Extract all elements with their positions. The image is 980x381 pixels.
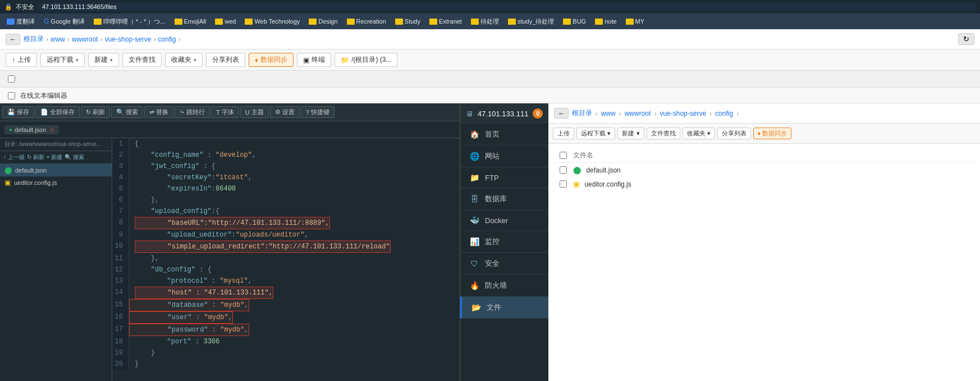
rfp-file-checkbox-cell[interactable] [557, 180, 569, 188]
code-line-16: 16 "user" : "mydb", [112, 311, 460, 324]
rfp-share-list-button[interactable]: 分享列表 [717, 128, 751, 139]
path-www[interactable]: www [51, 35, 65, 43]
ftp-sidebar: 🖥 47.101.133.111 0 🏠 首页 🌐 网站 📁 [460, 103, 548, 381]
path-refresh-button[interactable]: ↻ [958, 33, 974, 45]
tree-refresh-button[interactable]: ↻ 刷新 [27, 153, 44, 161]
rfp-select-all-checkbox[interactable] [560, 152, 567, 159]
editor-checkbox[interactable] [8, 92, 15, 99]
security-label: 不安全 [16, 3, 34, 11]
rfp-file-default-json[interactable]: ⬤ default.json [553, 163, 976, 177]
upload-button[interactable]: ↑ 上传 [6, 53, 37, 67]
remote-download-button[interactable]: 远程下载 ▾ [40, 53, 85, 67]
data-sync-button[interactable]: ♦ 数据同步 [249, 53, 294, 67]
bookmark-label: Extranet [439, 18, 462, 25]
code-editor[interactable]: 1 { 2 "config_name" : "develop", 3 "jwt_… [112, 138, 460, 381]
back-button[interactable]: ← [6, 34, 20, 45]
rfp-back-button[interactable]: ← [554, 108, 568, 119]
bookmark-my[interactable]: MY [622, 17, 648, 26]
select-all-checkbox[interactable] [8, 75, 15, 83]
bookmark-note[interactable]: note [592, 17, 620, 26]
bookmark-google-translate[interactable]: G Google 翻译 [40, 16, 88, 27]
bookmark-extranet[interactable]: Extranet [426, 17, 465, 26]
tree-up-button[interactable]: ↑ 上一级 [3, 153, 25, 161]
rfp-file-checkbox[interactable] [560, 180, 567, 188]
rfp-list-header: 文件名 [553, 148, 976, 163]
shortcuts-button[interactable]: ? 快捷键 [301, 106, 335, 118]
ftp-menu: 🏠 首页 🌐 网站 📁 FTP 🗄 数据库 [460, 124, 548, 381]
bookmark-study-pending[interactable]: study_待处理 [505, 16, 557, 27]
font-button[interactable]: T 字体 [211, 106, 239, 118]
rfp-file-checkbox-cell[interactable] [557, 166, 569, 174]
bookmark-emojiall[interactable]: EmojiAll [171, 17, 210, 26]
save-button[interactable]: 💾 保存 [2, 106, 34, 118]
save-all-button[interactable]: 📄 全部保存 [35, 106, 80, 118]
rfp-bookmarks-button[interactable]: 收藏夹 ▾ [683, 128, 715, 139]
theme-button[interactable]: U 主题 [240, 106, 269, 118]
tree-search-button[interactable]: 🔍 搜索 [65, 153, 84, 161]
search-button[interactable]: 🔍 搜索 [111, 106, 143, 118]
path-vue-shop[interactable]: vue-shop-serve [105, 35, 152, 43]
ftp-menu-database[interactable]: 🗄 数据库 [460, 188, 548, 210]
editor-toolbar: 💾 保存 📄 全部保存 ↻ 刷新 🔍 搜索 ⇌ 替换 [0, 103, 460, 121]
json-file-icon: ● [9, 126, 12, 133]
rfp-upload-button[interactable]: 上传 [553, 128, 574, 139]
ftp-menu-firewall[interactable]: 🔥 防火墙 [460, 275, 548, 297]
bookmark-design[interactable]: Design [305, 17, 341, 26]
root-dir-button[interactable]: 📁 /(根目录) (3... [335, 53, 397, 67]
new-button[interactable]: 新建 ▾ [88, 53, 119, 67]
bookmarks-button[interactable]: 收藏夹 ▾ [165, 53, 203, 67]
rfp-remote-download-button[interactable]: 远程下载 ▾ [576, 128, 615, 139]
terminal-button[interactable]: ▣ 终端 [297, 53, 331, 67]
rfp-wwwroot[interactable]: wwwroot [625, 110, 651, 117]
tree-file-default-json[interactable]: ⬤ default.json [0, 164, 112, 176]
rfp-new-button[interactable]: 新建 ▾ [617, 128, 644, 139]
path-root[interactable]: 根目录 [24, 34, 44, 44]
rfp-vue-shop[interactable]: vue-shop-serve [660, 110, 706, 117]
bookmark-bilibili[interactable]: 哔哩哔哩（ * - * ）つ... [90, 16, 169, 27]
active-file-tab[interactable]: ● default.json ⚠ [4, 125, 59, 134]
bookmark-study[interactable]: Study [392, 17, 424, 26]
file-table-header [0, 71, 980, 88]
ftp-menu-website[interactable]: 🌐 网站 [460, 146, 548, 167]
rfp-select-all-cell[interactable] [557, 152, 569, 159]
bookmark-wed[interactable]: wed [212, 17, 239, 26]
rfp-root[interactable]: 根目录 [572, 108, 592, 118]
bookmark-fanyi[interactable]: 度翻译 [3, 16, 38, 27]
save-icon: 💾 [7, 108, 15, 116]
bookmark-bug[interactable]: BUG [560, 17, 589, 26]
rfp-config[interactable]: config [715, 110, 733, 117]
settings-button[interactable]: ⚙ 设置 [270, 106, 300, 118]
rfp-file-search-button[interactable]: 文件查找 [647, 128, 680, 139]
bookmark-pending[interactable]: 待处理 [468, 16, 502, 27]
refresh-button[interactable]: ↻ 刷新 [81, 106, 110, 118]
theme-icon: U [245, 109, 250, 116]
ftp-menu-docker[interactable]: 🐳 Docker [460, 210, 548, 231]
file-search-button[interactable]: 文件查找 [122, 53, 162, 67]
rfp-file-checkbox[interactable] [560, 166, 567, 174]
ftp-menu-security[interactable]: 🛡 安全 [460, 253, 548, 275]
ftp-menu-files[interactable]: 📂 文件 [460, 297, 548, 319]
refresh-icon: ↻ [86, 108, 91, 116]
replace-button[interactable]: ⇌ 替换 [144, 106, 173, 118]
docker-icon: 🐳 [469, 216, 479, 225]
bookmark-recreation[interactable]: Recreation [344, 17, 390, 26]
rfp-file-ueditor-config[interactable]: ▣ ueditor.config.js [553, 177, 976, 191]
path-wwwroot[interactable]: wwwroot [72, 35, 98, 43]
rfp-data-sync-button[interactable]: ♦ 数据同步 [753, 128, 792, 139]
ftp-menu-home[interactable]: 🏠 首页 [460, 124, 548, 146]
select-all-checkbox-cell[interactable] [6, 75, 17, 83]
bookmark-label: wed [225, 18, 236, 25]
ftp-menu-monitor[interactable]: 📊 监控 [460, 231, 548, 253]
code-line-1: 1 { [112, 138, 460, 149]
tree-file-ueditor-config[interactable]: ▣ ueditor.config.js [0, 176, 112, 189]
bookmark-webtech[interactable]: Web Technology [241, 17, 303, 26]
rfp-www[interactable]: www [601, 110, 616, 117]
upload-icon: ↑ [12, 56, 15, 64]
share-list-button[interactable]: 分享列表 [206, 53, 245, 67]
tree-new-button[interactable]: + 新建 [47, 153, 63, 161]
path-config[interactable]: config [158, 35, 176, 43]
url-bar[interactable]: 47.101.133.111:36465/files [38, 3, 976, 11]
editor-checkbox-cell[interactable] [6, 92, 17, 99]
goto-line-button[interactable]: ⤷ 跳转行 [175, 106, 210, 118]
ftp-menu-ftp[interactable]: 📁 FTP [460, 167, 548, 188]
